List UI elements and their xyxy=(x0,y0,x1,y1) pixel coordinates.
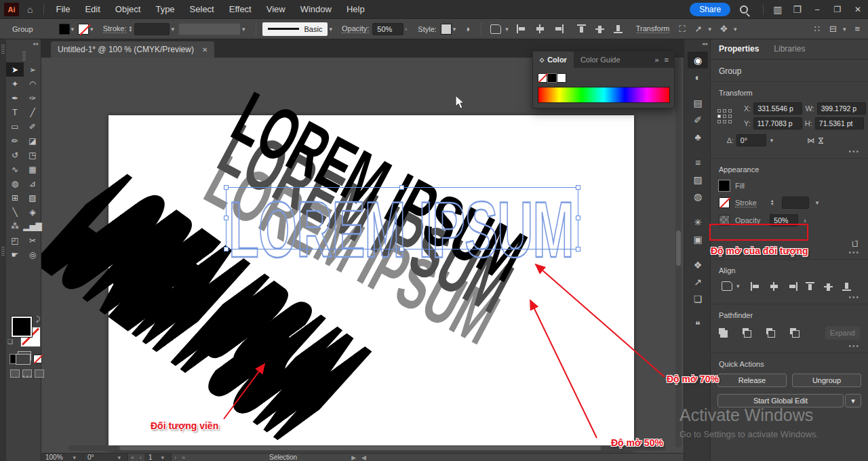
align-to-selection-icon[interactable] xyxy=(722,281,732,291)
chevron-down-icon[interactable]: ▾ xyxy=(453,26,456,33)
stroke-weight-field[interactable] xyxy=(782,197,809,209)
pathfinder-intersect-icon[interactable] xyxy=(766,328,775,338)
align-right-icon[interactable] xyxy=(553,24,564,33)
chevron-down-icon[interactable]: ▾ xyxy=(843,26,846,33)
tab-libraries[interactable]: Libraries xyxy=(774,44,805,59)
align-center-icon[interactable] xyxy=(535,24,545,33)
panel-menu-icon[interactable]: ≡ xyxy=(665,56,669,64)
menu-file[interactable]: File xyxy=(48,4,77,14)
align-bottom-icon[interactable] xyxy=(842,282,852,291)
prev-artboard-icon[interactable]: ‹ xyxy=(140,454,142,461)
align-left-icon[interactable] xyxy=(751,282,761,291)
w-field[interactable]: 399.1792 p xyxy=(817,102,866,115)
opacity-chip[interactable] xyxy=(719,215,730,226)
pencil-tool[interactable]: ✏ xyxy=(6,134,24,148)
mesh-tool[interactable]: ⊞ xyxy=(6,191,24,205)
panel-export[interactable]: ↗ xyxy=(688,273,708,290)
column-graph-tool[interactable]: ▂▅▇ xyxy=(24,219,41,233)
magic-wand-tool[interactable]: ✦ xyxy=(6,77,24,91)
vertical-scrollbar[interactable] xyxy=(675,58,682,447)
default-fill-stroke-icon[interactable]: ❏ xyxy=(7,338,13,345)
perspective-grid-tool[interactable]: ⊿ xyxy=(24,176,41,191)
change-screen-mode-icon[interactable] xyxy=(18,351,31,361)
artboard-tool[interactable]: ◰ xyxy=(6,233,24,247)
panel-color-guide[interactable]: ◐ xyxy=(688,68,708,85)
white-swatch[interactable] xyxy=(557,73,566,83)
chevron-down-icon[interactable]: ▾ xyxy=(90,26,94,33)
scrollbar-thumb[interactable] xyxy=(676,230,681,266)
draw-normal-icon[interactable] xyxy=(10,369,20,378)
align-left-icon[interactable] xyxy=(517,24,527,33)
rotate-tool[interactable]: ↺ xyxy=(6,148,24,162)
drag-grip[interactable] xyxy=(22,52,26,61)
more-options-icon[interactable]: ••• xyxy=(711,249,868,259)
first-artboard-icon[interactable]: « xyxy=(131,454,134,461)
stroke-weight-stepper[interactable]: ▲▼ xyxy=(129,26,133,33)
zoom-tool[interactable]: ◎ xyxy=(24,247,41,262)
align-bottom-icon[interactable] xyxy=(614,24,624,33)
arrange-icon[interactable]: ⊟ xyxy=(829,24,837,34)
panel-color[interactable]: ◉ xyxy=(688,52,708,68)
workspace-switcher-icon[interactable]: ▥ xyxy=(773,4,782,15)
expand-button[interactable]: Expand xyxy=(825,326,860,340)
scale-tool[interactable]: ◳ xyxy=(24,148,41,162)
stroke-weight-field[interactable] xyxy=(134,23,170,35)
app-logo-icon[interactable]: Ai xyxy=(4,3,19,16)
more-options-icon[interactable]: ••• xyxy=(711,148,868,158)
chevron-down-icon[interactable]: ▾ xyxy=(816,199,819,206)
menu-view[interactable]: View xyxy=(259,4,293,14)
artboard-number-dropdown[interactable]: 1▾ xyxy=(144,454,172,461)
release-button[interactable]: Release xyxy=(717,374,787,387)
hand-tool[interactable]: ☛ xyxy=(6,247,24,262)
delete-icon[interactable]: ⊔̄ xyxy=(852,239,859,249)
fill-color-swatch[interactable] xyxy=(59,24,70,35)
pathfinder-unite-icon[interactable] xyxy=(719,328,728,338)
stroke-chip[interactable] xyxy=(719,197,730,208)
chevron-down-icon[interactable]: ▾ xyxy=(329,26,332,33)
selection-handle[interactable] xyxy=(224,247,229,252)
rotation-dropdown[interactable]: 0°▾ xyxy=(83,454,128,461)
align-right-icon[interactable] xyxy=(787,282,797,291)
chevron-down-icon[interactable]: ▾ xyxy=(171,26,174,33)
flip-horizontal-icon[interactable]: ⋈ xyxy=(807,136,814,145)
restore-button[interactable]: ❐ xyxy=(827,0,848,19)
home-icon[interactable]: ⌂ xyxy=(27,4,33,15)
curvature-tool[interactable]: ✑ xyxy=(24,91,41,105)
document-tab[interactable]: Untitled-1* @ 100 % (CMYK/Preview) ✕ xyxy=(51,41,214,58)
gradient-tool[interactable]: ▨ xyxy=(24,191,41,205)
horizontal-scrollbar[interactable] xyxy=(68,445,665,451)
align-top-icon[interactable] xyxy=(577,24,587,33)
opacity-label[interactable]: Opacity: xyxy=(342,24,369,33)
align-to-selection-icon[interactable] xyxy=(490,24,501,34)
global-edit-options-icon[interactable]: ▾ xyxy=(845,394,861,407)
stroke-label[interactable]: Stroke: xyxy=(103,24,127,33)
none-swatch[interactable] xyxy=(538,73,547,83)
black-swatch[interactable] xyxy=(547,73,557,83)
panel-stroke[interactable]: ≡ xyxy=(688,154,708,171)
collapse-panel-icon[interactable]: ◂◂ xyxy=(33,41,38,47)
scrollbar-thumb[interactable] xyxy=(119,446,601,450)
width-tool[interactable]: ∿ xyxy=(6,162,24,176)
selection-handle[interactable] xyxy=(224,185,229,190)
last-artboard-icon[interactable]: » xyxy=(182,454,185,461)
selection-handle[interactable] xyxy=(576,216,580,220)
panel-brushes[interactable]: ✐ xyxy=(688,111,708,128)
x-field[interactable]: 331.5546 p xyxy=(753,102,802,115)
menu-effect[interactable]: Effect xyxy=(222,4,259,14)
status-back-icon[interactable]: ◀ xyxy=(361,454,366,461)
style-swatch[interactable] xyxy=(441,24,452,35)
share-button[interactable]: Share xyxy=(690,3,730,16)
chevron-down-icon[interactable]: ▾ xyxy=(242,26,245,33)
eyedropper-tool[interactable]: ╲ xyxy=(6,205,24,219)
status-play-icon[interactable]: ▶ xyxy=(351,454,356,461)
zoom-level-dropdown[interactable]: 100%▾ xyxy=(41,454,83,461)
h-field[interactable]: 71.5361 pt xyxy=(815,117,864,129)
recolor-artwork-icon[interactable]: ◑ xyxy=(465,24,470,34)
panel-menu-icon[interactable]: ≡ xyxy=(854,24,860,34)
brush-definition-field[interactable] xyxy=(178,23,241,35)
symbol-sprayer-tool[interactable]: ⁂ xyxy=(6,219,24,233)
chevron-right-icon[interactable]: › xyxy=(804,216,806,224)
panel-asset-export[interactable]: ❏ xyxy=(688,290,708,307)
blend-tool[interactable]: ◈ xyxy=(24,205,41,219)
chevron-down-icon[interactable]: ▾ xyxy=(770,137,774,144)
